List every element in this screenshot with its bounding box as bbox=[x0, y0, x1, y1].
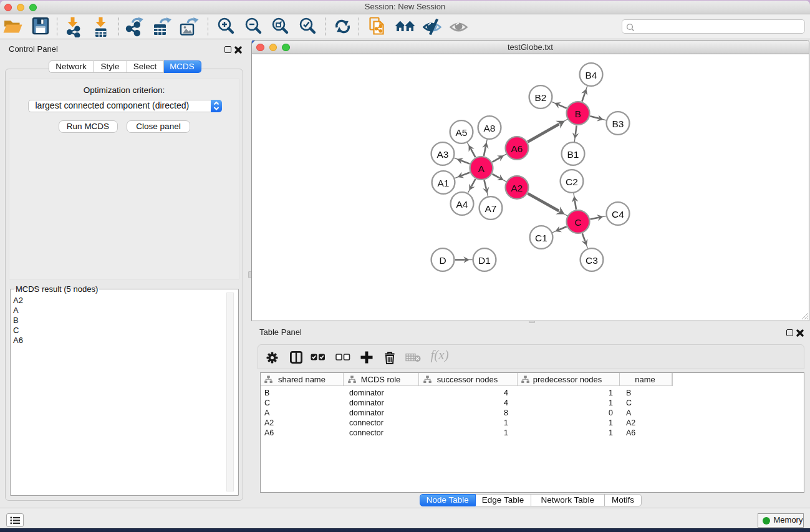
svg-text:C1: C1 bbox=[535, 233, 547, 243]
svg-text:D1: D1 bbox=[478, 255, 491, 266]
svg-text:A2: A2 bbox=[511, 183, 523, 193]
svg-text:D: D bbox=[439, 255, 446, 266]
svg-text:B2: B2 bbox=[534, 92, 546, 103]
svg-text:B3: B3 bbox=[612, 118, 624, 129]
svg-text:C3: C3 bbox=[586, 255, 598, 266]
svg-text:A5: A5 bbox=[455, 127, 467, 138]
svg-text:C2: C2 bbox=[566, 177, 578, 187]
svg-text:A8: A8 bbox=[483, 123, 495, 133]
svg-text:C: C bbox=[574, 217, 581, 228]
svg-text:A3: A3 bbox=[436, 149, 448, 160]
svg-text:A7: A7 bbox=[485, 203, 496, 214]
svg-text:A4: A4 bbox=[456, 199, 468, 210]
svg-text:B4: B4 bbox=[585, 70, 597, 80]
svg-text:B: B bbox=[574, 109, 581, 119]
svg-text:C4: C4 bbox=[612, 209, 624, 220]
svg-text:B1: B1 bbox=[567, 149, 579, 160]
svg-text:A: A bbox=[478, 163, 485, 174]
svg-text:A6: A6 bbox=[511, 143, 523, 154]
svg-text:A1: A1 bbox=[437, 178, 449, 188]
